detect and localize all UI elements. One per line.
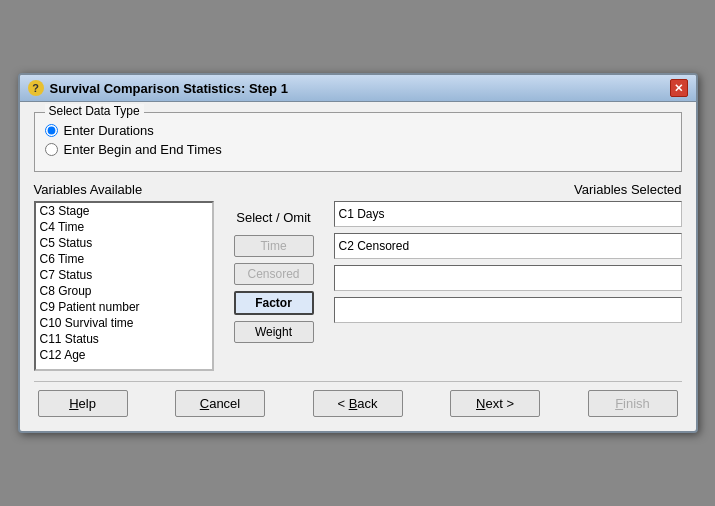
radio-row-durations: Enter Durations xyxy=(45,123,671,138)
list-item[interactable]: C8 Group xyxy=(36,283,212,299)
btn-help[interactable]: Help xyxy=(38,390,128,417)
variables-selected-panel: Variables Selected C1 Days C2 Censored xyxy=(334,182,682,371)
btn-factor[interactable]: Factor xyxy=(234,291,314,315)
selected-field-censored: C2 Censored xyxy=(334,233,682,259)
btn-back[interactable]: < Back xyxy=(313,390,403,417)
list-item[interactable]: C11 Status xyxy=(36,331,212,347)
list-item[interactable]: C12 Age xyxy=(36,347,212,363)
btn-next[interactable]: Next > xyxy=(450,390,540,417)
btn-cancel[interactable]: Cancel xyxy=(175,390,265,417)
list-item[interactable]: C5 Status xyxy=(36,235,212,251)
list-item[interactable]: C10 Survival time xyxy=(36,315,212,331)
footer-buttons: Help Cancel < Back Next > Finish xyxy=(34,381,682,421)
radio-begin-end-label: Enter Begin and End Times xyxy=(64,142,222,157)
selected-field-weight xyxy=(334,297,682,323)
btn-censored[interactable]: Censored xyxy=(234,263,314,285)
group-box-title: Select Data Type xyxy=(45,104,144,118)
list-item[interactable]: C6 Time xyxy=(36,251,212,267)
list-item[interactable]: C4 Time xyxy=(36,219,212,235)
btn-weight[interactable]: Weight xyxy=(234,321,314,343)
btn-time[interactable]: Time xyxy=(234,235,314,257)
variables-available-listbox[interactable]: C3 StageC4 TimeC5 StatusC6 TimeC7 Status… xyxy=(34,201,214,371)
close-button[interactable]: ✕ xyxy=(670,79,688,97)
title-bar: ? Survival Comparison Statistics: Step 1… xyxy=(20,75,696,102)
variables-available-header: Variables Available xyxy=(34,182,214,197)
main-window: ? Survival Comparison Statistics: Step 1… xyxy=(18,73,698,433)
radio-begin-end[interactable] xyxy=(45,143,58,156)
variables-available-panel: Variables Available C3 StageC4 TimeC5 St… xyxy=(34,182,214,371)
btn-finish[interactable]: Finish xyxy=(588,390,678,417)
radio-durations-label: Enter Durations xyxy=(64,123,154,138)
list-item[interactable]: C7 Status xyxy=(36,267,212,283)
window-icon: ? xyxy=(28,80,44,96)
variables-selected-header: Variables Selected xyxy=(334,182,682,197)
radio-durations[interactable] xyxy=(45,124,58,137)
main-area: Variables Available C3 StageC4 TimeC5 St… xyxy=(34,182,682,371)
select-omit-panel: Select / Omit Time Censored Factor Weigh… xyxy=(224,182,324,371)
list-item[interactable]: C3 Stage xyxy=(36,203,212,219)
selected-field-time: C1 Days xyxy=(334,201,682,227)
title-bar-left: ? Survival Comparison Statistics: Step 1 xyxy=(28,80,288,96)
window-title: Survival Comparison Statistics: Step 1 xyxy=(50,81,288,96)
selected-field-factor xyxy=(334,265,682,291)
content-area: Select Data Type Enter Durations Enter B… xyxy=(20,102,696,431)
data-type-group: Select Data Type Enter Durations Enter B… xyxy=(34,112,682,172)
select-omit-header: Select / Omit xyxy=(236,210,310,225)
radio-row-begin-end: Enter Begin and End Times xyxy=(45,142,671,157)
list-item[interactable]: C9 Patient number xyxy=(36,299,212,315)
